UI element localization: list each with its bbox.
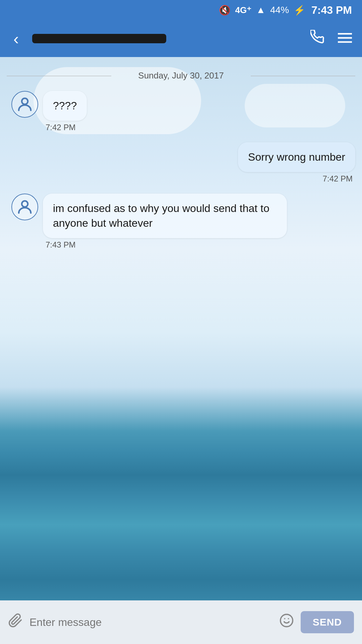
input-bar: SEND xyxy=(0,600,362,644)
message-time: 7:42 PM xyxy=(43,123,87,132)
chat-area: Sunday, July 30, 2017 ???? 7:42 PM Sorry… xyxy=(0,57,362,600)
emoji-icon[interactable] xyxy=(279,613,294,631)
network-bars-icon: ▲ xyxy=(256,5,265,15)
message-time: 7:42 PM xyxy=(320,174,355,183)
menu-button[interactable] xyxy=(338,31,352,47)
status-icons: 🔇 4G⁺ ▲ 44% ⚡ xyxy=(219,5,305,16)
app-bar: ‹ xyxy=(0,20,362,57)
bubble-wrapper: im confused as to why you would send tha… xyxy=(43,194,287,250)
mute-icon: 🔇 xyxy=(219,5,231,16)
status-time: 7:43 PM xyxy=(311,4,352,16)
svg-point-4 xyxy=(22,201,28,207)
signal-icon: 4G⁺ xyxy=(235,5,252,15)
message-bubble: ???? xyxy=(43,91,87,121)
message-row: im confused as to why you would send tha… xyxy=(7,194,355,250)
back-button[interactable]: ‹ xyxy=(10,26,22,51)
bubble-wrapper: ???? 7:42 PM xyxy=(43,91,87,132)
svg-point-3 xyxy=(22,98,28,104)
message-input[interactable] xyxy=(29,609,273,635)
contact-name-redacted xyxy=(32,34,166,43)
message-bubble: Sorry wrong number xyxy=(238,142,355,172)
battery-icon: ⚡ xyxy=(294,5,305,16)
status-bar: 🔇 4G⁺ ▲ 44% ⚡ 7:43 PM xyxy=(0,0,362,20)
message-row: ???? 7:42 PM xyxy=(7,91,355,132)
avatar xyxy=(11,194,38,220)
avatar xyxy=(11,91,38,118)
send-button[interactable]: SEND xyxy=(301,611,354,633)
message-row: Sorry wrong number 7:42 PM xyxy=(7,142,355,183)
message-time: 7:43 PM xyxy=(43,240,287,250)
date-divider: Sunday, July 30, 2017 xyxy=(7,70,355,81)
message-bubble: im confused as to why you would send tha… xyxy=(43,194,287,238)
battery-level: 44% xyxy=(270,5,289,15)
app-bar-actions xyxy=(310,30,352,47)
call-button[interactable] xyxy=(310,30,324,47)
attach-icon[interactable] xyxy=(8,613,23,631)
bubble-wrapper: Sorry wrong number 7:42 PM xyxy=(238,142,355,183)
svg-point-5 xyxy=(280,614,293,627)
